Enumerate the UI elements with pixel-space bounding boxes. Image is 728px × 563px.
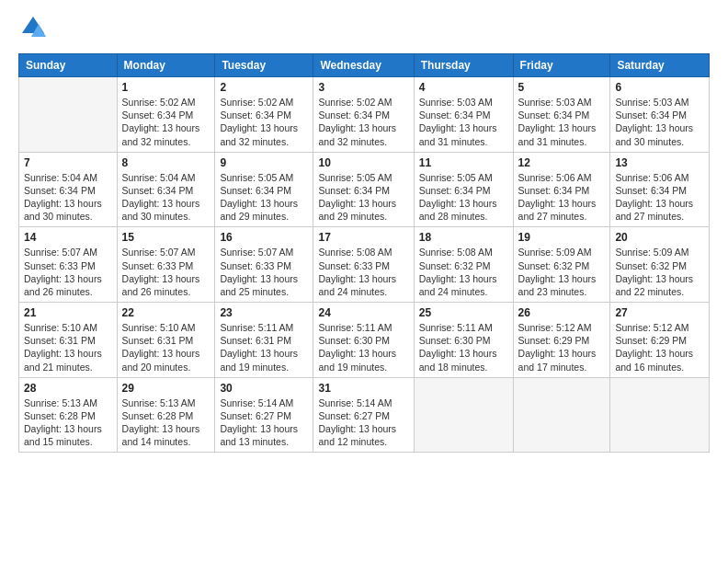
day-info: Sunrise: 5:08 AM Sunset: 6:33 PM Dayligh… (318, 246, 408, 298)
day-info: Sunrise: 5:11 AM Sunset: 6:31 PM Dayligh… (220, 321, 308, 373)
calendar-cell: 26Sunrise: 5:12 AM Sunset: 6:29 PM Dayli… (513, 303, 610, 378)
day-info: Sunrise: 5:12 AM Sunset: 6:29 PM Dayligh… (518, 321, 606, 373)
day-number: 20 (615, 231, 704, 244)
calendar-cell: 14Sunrise: 5:07 AM Sunset: 6:33 PM Dayli… (19, 227, 118, 303)
calendar-cell (513, 377, 610, 453)
calendar-cell: 21Sunrise: 5:10 AM Sunset: 6:31 PM Dayli… (19, 303, 118, 378)
calendar-cell: 7Sunrise: 5:04 AM Sunset: 6:34 PM Daylig… (19, 152, 118, 227)
calendar-header-wednesday: Wednesday (313, 54, 414, 77)
calendar-cell: 20Sunrise: 5:09 AM Sunset: 6:32 PM Dayli… (610, 227, 710, 303)
day-number: 24 (318, 306, 408, 319)
calendar-cell (610, 377, 710, 453)
day-number: 14 (24, 231, 112, 244)
day-info: Sunrise: 5:04 AM Sunset: 6:34 PM Dayligh… (24, 171, 112, 224)
calendar-header-row: SundayMondayTuesdayWednesdayThursdayFrid… (19, 54, 710, 77)
day-info: Sunrise: 5:10 AM Sunset: 6:31 PM Dayligh… (122, 321, 210, 373)
calendar-cell (19, 77, 118, 153)
calendar-cell: 11Sunrise: 5:05 AM Sunset: 6:34 PM Dayli… (414, 152, 513, 227)
day-number: 22 (122, 306, 210, 319)
day-info: Sunrise: 5:07 AM Sunset: 6:33 PM Dayligh… (122, 246, 210, 298)
day-info: Sunrise: 5:12 AM Sunset: 6:29 PM Dayligh… (615, 321, 704, 373)
calendar-cell: 5Sunrise: 5:03 AM Sunset: 6:34 PM Daylig… (513, 77, 610, 153)
calendar-week-4: 21Sunrise: 5:10 AM Sunset: 6:31 PM Dayli… (19, 303, 710, 378)
calendar-cell: 15Sunrise: 5:07 AM Sunset: 6:33 PM Dayli… (117, 227, 215, 303)
calendar-cell: 24Sunrise: 5:11 AM Sunset: 6:30 PM Dayli… (313, 303, 414, 378)
day-number: 9 (220, 156, 308, 169)
day-number: 27 (615, 306, 704, 319)
day-number: 31 (318, 382, 408, 395)
day-number: 25 (419, 306, 508, 319)
logo-icon (20, 15, 46, 44)
calendar-cell: 27Sunrise: 5:12 AM Sunset: 6:29 PM Dayli… (610, 303, 710, 378)
day-number: 21 (24, 306, 112, 319)
calendar-cell: 28Sunrise: 5:13 AM Sunset: 6:28 PM Dayli… (19, 377, 118, 453)
day-number: 11 (419, 156, 508, 169)
day-number: 8 (122, 156, 210, 169)
header (18, 17, 710, 44)
calendar-cell: 17Sunrise: 5:08 AM Sunset: 6:33 PM Dayli… (313, 227, 414, 303)
day-info: Sunrise: 5:03 AM Sunset: 6:34 PM Dayligh… (615, 96, 704, 148)
day-number: 6 (615, 81, 704, 94)
calendar-cell: 22Sunrise: 5:10 AM Sunset: 6:31 PM Dayli… (117, 303, 215, 378)
calendar-cell: 13Sunrise: 5:06 AM Sunset: 6:34 PM Dayli… (610, 152, 710, 227)
calendar-cell: 8Sunrise: 5:04 AM Sunset: 6:34 PM Daylig… (117, 152, 215, 227)
day-number: 3 (318, 81, 408, 94)
day-number: 4 (419, 81, 508, 94)
day-number: 10 (318, 156, 408, 169)
day-info: Sunrise: 5:10 AM Sunset: 6:31 PM Dayligh… (24, 321, 112, 373)
day-info: Sunrise: 5:13 AM Sunset: 6:28 PM Dayligh… (24, 396, 112, 449)
calendar-week-5: 28Sunrise: 5:13 AM Sunset: 6:28 PM Dayli… (19, 377, 710, 453)
day-number: 23 (220, 306, 308, 319)
calendar-cell (414, 377, 513, 453)
calendar-header-thursday: Thursday (414, 54, 513, 77)
calendar-cell: 31Sunrise: 5:14 AM Sunset: 6:27 PM Dayli… (313, 377, 414, 453)
page: SundayMondayTuesdayWednesdayThursdayFrid… (0, 0, 728, 563)
day-info: Sunrise: 5:07 AM Sunset: 6:33 PM Dayligh… (24, 246, 112, 298)
day-info: Sunrise: 5:03 AM Sunset: 6:34 PM Dayligh… (518, 96, 606, 148)
day-info: Sunrise: 5:06 AM Sunset: 6:34 PM Dayligh… (615, 171, 704, 224)
day-info: Sunrise: 5:05 AM Sunset: 6:34 PM Dayligh… (220, 171, 308, 224)
logo (18, 17, 46, 44)
calendar-cell: 12Sunrise: 5:06 AM Sunset: 6:34 PM Dayli… (513, 152, 610, 227)
day-number: 26 (518, 306, 606, 319)
day-info: Sunrise: 5:05 AM Sunset: 6:34 PM Dayligh… (318, 171, 408, 224)
calendar-week-3: 14Sunrise: 5:07 AM Sunset: 6:33 PM Dayli… (19, 227, 710, 303)
day-info: Sunrise: 5:08 AM Sunset: 6:32 PM Dayligh… (419, 246, 508, 298)
calendar-cell: 4Sunrise: 5:03 AM Sunset: 6:34 PM Daylig… (414, 77, 513, 153)
calendar-cell: 29Sunrise: 5:13 AM Sunset: 6:28 PM Dayli… (117, 377, 215, 453)
calendar-cell: 30Sunrise: 5:14 AM Sunset: 6:27 PM Dayli… (215, 377, 313, 453)
calendar-cell: 9Sunrise: 5:05 AM Sunset: 6:34 PM Daylig… (215, 152, 313, 227)
day-info: Sunrise: 5:13 AM Sunset: 6:28 PM Dayligh… (122, 396, 210, 449)
calendar-week-1: 1Sunrise: 5:02 AM Sunset: 6:34 PM Daylig… (19, 77, 710, 153)
calendar-table: SundayMondayTuesdayWednesdayThursdayFrid… (18, 53, 710, 453)
day-number: 29 (122, 382, 210, 395)
day-info: Sunrise: 5:05 AM Sunset: 6:34 PM Dayligh… (419, 171, 508, 224)
calendar-header-tuesday: Tuesday (215, 54, 313, 77)
calendar-header-saturday: Saturday (610, 54, 710, 77)
calendar-cell: 16Sunrise: 5:07 AM Sunset: 6:33 PM Dayli… (215, 227, 313, 303)
day-number: 15 (122, 231, 210, 244)
day-number: 16 (220, 231, 308, 244)
calendar-cell: 6Sunrise: 5:03 AM Sunset: 6:34 PM Daylig… (610, 77, 710, 153)
day-number: 5 (518, 81, 606, 94)
day-info: Sunrise: 5:11 AM Sunset: 6:30 PM Dayligh… (318, 321, 408, 373)
calendar-cell: 1Sunrise: 5:02 AM Sunset: 6:34 PM Daylig… (117, 77, 215, 153)
calendar-cell: 18Sunrise: 5:08 AM Sunset: 6:32 PM Dayli… (414, 227, 513, 303)
day-info: Sunrise: 5:11 AM Sunset: 6:30 PM Dayligh… (419, 321, 508, 373)
day-info: Sunrise: 5:14 AM Sunset: 6:27 PM Dayligh… (318, 396, 408, 449)
calendar-cell: 10Sunrise: 5:05 AM Sunset: 6:34 PM Dayli… (313, 152, 414, 227)
calendar-week-2: 7Sunrise: 5:04 AM Sunset: 6:34 PM Daylig… (19, 152, 710, 227)
day-info: Sunrise: 5:09 AM Sunset: 6:32 PM Dayligh… (518, 246, 606, 298)
day-info: Sunrise: 5:02 AM Sunset: 6:34 PM Dayligh… (122, 96, 210, 148)
day-info: Sunrise: 5:14 AM Sunset: 6:27 PM Dayligh… (220, 396, 308, 449)
day-number: 12 (518, 156, 606, 169)
day-info: Sunrise: 5:04 AM Sunset: 6:34 PM Dayligh… (122, 171, 210, 224)
day-number: 7 (24, 156, 112, 169)
calendar-cell: 2Sunrise: 5:02 AM Sunset: 6:34 PM Daylig… (215, 77, 313, 153)
calendar-cell: 19Sunrise: 5:09 AM Sunset: 6:32 PM Dayli… (513, 227, 610, 303)
day-number: 30 (220, 382, 308, 395)
day-info: Sunrise: 5:03 AM Sunset: 6:34 PM Dayligh… (419, 96, 508, 148)
day-info: Sunrise: 5:06 AM Sunset: 6:34 PM Dayligh… (518, 171, 606, 224)
calendar-header-sunday: Sunday (19, 54, 118, 77)
day-number: 1 (122, 81, 210, 94)
